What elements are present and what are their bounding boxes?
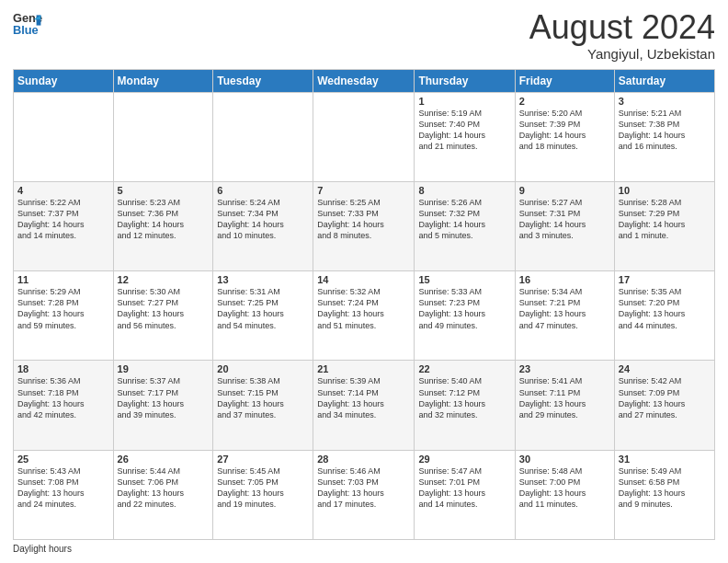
calendar-cell-1-6: 2Sunrise: 5:20 AM Sunset: 7:39 PM Daylig…	[515, 92, 614, 181]
calendar-table: SundayMondayTuesdayWednesdayThursdayFrid…	[13, 69, 715, 540]
svg-text:Blue: Blue	[13, 23, 39, 37]
calendar-dow-friday: Friday	[515, 69, 614, 92]
day-number: 17	[619, 274, 711, 285]
calendar-cell-1-4	[313, 92, 415, 181]
day-number: 22	[418, 363, 510, 374]
calendar-cell-3-1: 11Sunrise: 5:29 AM Sunset: 7:28 PM Dayli…	[14, 271, 114, 361]
location: Yangiyul, Uzbekistan	[529, 46, 715, 62]
calendar-cell-4-1: 18Sunrise: 5:36 AM Sunset: 7:18 PM Dayli…	[14, 361, 114, 450]
calendar-cell-1-5: 1Sunrise: 5:19 AM Sunset: 7:40 PM Daylig…	[415, 92, 515, 181]
calendar-cell-3-2: 12Sunrise: 5:30 AM Sunset: 7:27 PM Dayli…	[113, 271, 213, 361]
day-info: Sunrise: 5:25 AM Sunset: 7:33 PM Dayligh…	[317, 197, 410, 242]
day-number: 16	[519, 274, 610, 285]
day-number: 18	[17, 363, 109, 374]
day-info: Sunrise: 5:47 AM Sunset: 7:01 PM Dayligh…	[418, 465, 510, 511]
calendar-cell-5-6: 30Sunrise: 5:48 AM Sunset: 7:00 PM Dayli…	[515, 450, 614, 539]
day-info: Sunrise: 5:28 AM Sunset: 7:29 PM Dayligh…	[619, 197, 711, 242]
day-info: Sunrise: 5:34 AM Sunset: 7:21 PM Dayligh…	[519, 286, 610, 331]
month-year: August 2024	[529, 9, 715, 46]
calendar-cell-3-6: 16Sunrise: 5:34 AM Sunset: 7:21 PM Dayli…	[515, 271, 614, 361]
calendar-dow-tuesday: Tuesday	[213, 69, 313, 92]
day-number: 2	[519, 96, 610, 107]
day-number: 7	[317, 185, 410, 196]
day-info: Sunrise: 5:37 AM Sunset: 7:17 PM Dayligh…	[118, 375, 210, 420]
day-number: 8	[418, 185, 510, 196]
calendar-cell-3-5: 15Sunrise: 5:33 AM Sunset: 7:23 PM Dayli…	[415, 271, 515, 361]
day-info: Sunrise: 5:44 AM Sunset: 7:06 PM Dayligh…	[118, 465, 210, 511]
page: General Blue August 2024 Yangiyul, Uzbek…	[0, 0, 728, 563]
day-info: Sunrise: 5:39 AM Sunset: 7:14 PM Dayligh…	[317, 375, 410, 420]
day-number: 27	[217, 454, 309, 465]
day-info: Sunrise: 5:33 AM Sunset: 7:23 PM Dayligh…	[418, 286, 510, 331]
day-info: Sunrise: 5:30 AM Sunset: 7:27 PM Dayligh…	[118, 286, 210, 331]
day-info: Sunrise: 5:35 AM Sunset: 7:20 PM Dayligh…	[619, 286, 711, 331]
day-number: 28	[317, 454, 410, 465]
calendar-cell-4-5: 22Sunrise: 5:40 AM Sunset: 7:12 PM Dayli…	[415, 361, 515, 450]
calendar-cell-1-2	[113, 92, 213, 181]
logo-icon: General Blue	[13, 9, 42, 39]
calendar-week-3: 11Sunrise: 5:29 AM Sunset: 7:28 PM Dayli…	[14, 271, 715, 361]
day-number: 24	[619, 363, 711, 374]
calendar-cell-2-1: 4Sunrise: 5:22 AM Sunset: 7:37 PM Daylig…	[14, 181, 114, 270]
day-info: Sunrise: 5:27 AM Sunset: 7:31 PM Dayligh…	[519, 197, 610, 242]
day-number: 30	[519, 454, 610, 465]
calendar-header-row: SundayMondayTuesdayWednesdayThursdayFrid…	[14, 69, 715, 92]
day-info: Sunrise: 5:48 AM Sunset: 7:00 PM Dayligh…	[519, 465, 610, 511]
day-info: Sunrise: 5:29 AM Sunset: 7:28 PM Dayligh…	[17, 286, 109, 331]
day-number: 3	[619, 96, 711, 107]
calendar-cell-2-7: 10Sunrise: 5:28 AM Sunset: 7:29 PM Dayli…	[614, 181, 714, 270]
day-info: Sunrise: 5:49 AM Sunset: 6:58 PM Dayligh…	[619, 465, 711, 511]
day-number: 19	[118, 363, 210, 374]
day-info: Sunrise: 5:43 AM Sunset: 7:08 PM Dayligh…	[17, 465, 109, 511]
calendar-cell-4-2: 19Sunrise: 5:37 AM Sunset: 7:17 PM Dayli…	[113, 361, 213, 450]
calendar-cell-2-5: 8Sunrise: 5:26 AM Sunset: 7:32 PM Daylig…	[415, 181, 515, 270]
header: General Blue August 2024 Yangiyul, Uzbek…	[13, 9, 715, 62]
day-number: 11	[17, 274, 109, 285]
logo: General Blue	[13, 9, 42, 39]
calendar-cell-2-4: 7Sunrise: 5:25 AM Sunset: 7:33 PM Daylig…	[313, 181, 415, 270]
day-info: Sunrise: 5:22 AM Sunset: 7:37 PM Dayligh…	[17, 197, 109, 242]
calendar-cell-4-7: 24Sunrise: 5:42 AM Sunset: 7:09 PM Dayli…	[614, 361, 714, 450]
day-number: 1	[418, 96, 510, 107]
calendar-dow-saturday: Saturday	[614, 69, 714, 92]
day-number: 9	[519, 185, 610, 196]
day-info: Sunrise: 5:26 AM Sunset: 7:32 PM Dayligh…	[418, 197, 510, 242]
calendar-cell-5-5: 29Sunrise: 5:47 AM Sunset: 7:01 PM Dayli…	[415, 450, 515, 539]
calendar-cell-1-3	[213, 92, 313, 181]
calendar-dow-wednesday: Wednesday	[313, 69, 415, 92]
calendar-cell-5-1: 25Sunrise: 5:43 AM Sunset: 7:08 PM Dayli…	[14, 450, 114, 539]
calendar-dow-thursday: Thursday	[415, 69, 515, 92]
day-number: 15	[418, 274, 510, 285]
day-info: Sunrise: 5:31 AM Sunset: 7:25 PM Dayligh…	[217, 286, 309, 331]
calendar-cell-4-3: 20Sunrise: 5:38 AM Sunset: 7:15 PM Dayli…	[213, 361, 313, 450]
day-number: 12	[118, 274, 210, 285]
day-info: Sunrise: 5:21 AM Sunset: 7:38 PM Dayligh…	[619, 108, 711, 153]
day-number: 31	[619, 454, 711, 465]
calendar-dow-monday: Monday	[113, 69, 213, 92]
day-number: 26	[118, 454, 210, 465]
day-info: Sunrise: 5:23 AM Sunset: 7:36 PM Dayligh…	[118, 197, 210, 242]
day-info: Sunrise: 5:20 AM Sunset: 7:39 PM Dayligh…	[519, 108, 610, 153]
calendar-cell-1-7: 3Sunrise: 5:21 AM Sunset: 7:38 PM Daylig…	[614, 92, 714, 181]
calendar-week-1: 1Sunrise: 5:19 AM Sunset: 7:40 PM Daylig…	[14, 92, 715, 181]
calendar-cell-2-3: 6Sunrise: 5:24 AM Sunset: 7:34 PM Daylig…	[213, 181, 313, 270]
day-info: Sunrise: 5:45 AM Sunset: 7:05 PM Dayligh…	[217, 465, 309, 511]
calendar-cell-4-4: 21Sunrise: 5:39 AM Sunset: 7:14 PM Dayli…	[313, 361, 415, 450]
day-info: Sunrise: 5:40 AM Sunset: 7:12 PM Dayligh…	[418, 375, 510, 420]
calendar-cell-3-3: 13Sunrise: 5:31 AM Sunset: 7:25 PM Dayli…	[213, 271, 313, 361]
day-number: 21	[317, 363, 410, 374]
footer: Daylight hours	[13, 544, 715, 554]
calendar-cell-2-6: 9Sunrise: 5:27 AM Sunset: 7:31 PM Daylig…	[515, 181, 614, 270]
calendar-cell-3-4: 14Sunrise: 5:32 AM Sunset: 7:24 PM Dayli…	[313, 271, 415, 361]
day-info: Sunrise: 5:41 AM Sunset: 7:11 PM Dayligh…	[519, 375, 610, 420]
day-info: Sunrise: 5:32 AM Sunset: 7:24 PM Dayligh…	[317, 286, 410, 331]
day-number: 4	[17, 185, 109, 196]
calendar-cell-2-2: 5Sunrise: 5:23 AM Sunset: 7:36 PM Daylig…	[113, 181, 213, 270]
day-number: 23	[519, 363, 610, 374]
calendar-cell-4-6: 23Sunrise: 5:41 AM Sunset: 7:11 PM Dayli…	[515, 361, 614, 450]
calendar-dow-sunday: Sunday	[14, 69, 114, 92]
day-info: Sunrise: 5:24 AM Sunset: 7:34 PM Dayligh…	[217, 197, 309, 242]
calendar-cell-3-7: 17Sunrise: 5:35 AM Sunset: 7:20 PM Dayli…	[614, 271, 714, 361]
day-number: 20	[217, 363, 309, 374]
day-number: 13	[217, 274, 309, 285]
